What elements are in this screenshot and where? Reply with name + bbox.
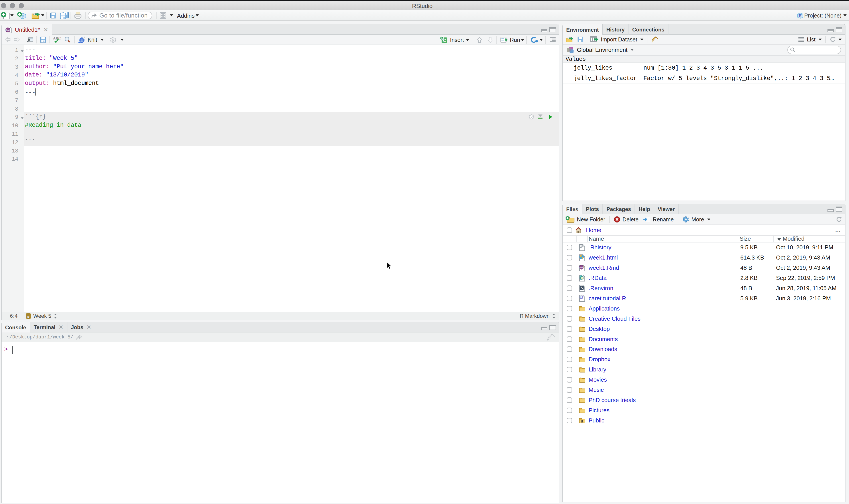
svg-text:S: S <box>581 286 582 289</box>
svg-text:Rmd: Rmd <box>5 29 10 31</box>
svg-text:Rmd: Rmd <box>579 266 584 268</box>
svg-text:R: R <box>580 296 582 299</box>
svg-text:R: R <box>799 14 801 18</box>
svg-text:ABC: ABC <box>53 36 60 40</box>
svg-text:R: R <box>581 276 583 279</box>
